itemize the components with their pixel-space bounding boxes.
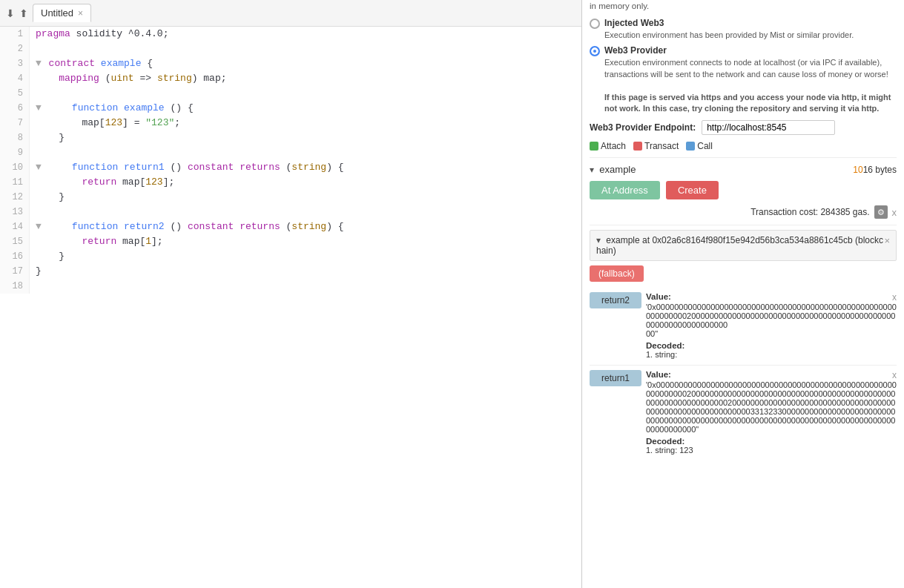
instance-triangle: ▾ bbox=[596, 235, 601, 245]
line-content bbox=[30, 145, 42, 160]
call-dot bbox=[686, 142, 695, 151]
legend-transact: Transact bbox=[633, 141, 679, 151]
code-line: 13 bbox=[0, 205, 581, 219]
line-number: 13 bbox=[0, 205, 30, 219]
code-line: 15 return map[1]; bbox=[0, 234, 581, 249]
return2-decoded-text: 1. string: bbox=[646, 350, 897, 359]
divider-1 bbox=[590, 157, 897, 158]
line-number: 12 bbox=[0, 190, 30, 205]
instance-title: example at 0x02a6c8164f980f15e942d56b3ca… bbox=[596, 235, 883, 256]
return2-decoded-label: Decoded: bbox=[646, 341, 897, 350]
line-content bbox=[30, 205, 42, 219]
web3-provider-warn: If this page is served via https and you… bbox=[604, 93, 891, 113]
web3-provider-option[interactable]: Web3 Provider Execution environment conn… bbox=[590, 45, 897, 114]
return1-close[interactable]: x bbox=[892, 370, 897, 380]
return2-close[interactable]: x bbox=[892, 292, 897, 303]
download-icon[interactable]: ⬇ bbox=[6, 7, 15, 19]
code-line: 1pragma solidity ^0.4.0; bbox=[0, 27, 581, 42]
fallback-button[interactable]: (fallback) bbox=[590, 265, 644, 282]
line-number: 2 bbox=[0, 42, 30, 56]
return1-button[interactable]: return1 bbox=[590, 370, 641, 386]
line-number: 18 bbox=[0, 279, 30, 294]
divider-3 bbox=[590, 365, 897, 366]
return1-value-label: Value: bbox=[646, 370, 671, 380]
endpoint-label: Web3 Provider Endpoint: bbox=[590, 122, 696, 133]
line-content: pragma solidity ^0.4.0; bbox=[30, 27, 174, 42]
line-number: 9 bbox=[0, 145, 30, 160]
return2-value-label: Value: bbox=[646, 292, 671, 303]
line-number: 5 bbox=[0, 86, 30, 101]
return1-decoded-label: Decoded: bbox=[646, 437, 897, 446]
legend-row: Attach Transact Call bbox=[590, 141, 897, 151]
attach-dot bbox=[590, 142, 598, 151]
line-content: } bbox=[30, 249, 70, 264]
web3-provider-radio[interactable] bbox=[590, 46, 600, 56]
legend-attach-label: Attach bbox=[601, 141, 626, 151]
line-content bbox=[30, 86, 42, 101]
code-line: 12 } bbox=[0, 190, 581, 205]
endpoint-row: Web3 Provider Endpoint: bbox=[590, 120, 897, 135]
line-number: 16 bbox=[0, 249, 30, 264]
contract-size: 1016 bytes bbox=[853, 165, 897, 175]
line-content: mapping (uint => string) map; bbox=[30, 71, 233, 86]
line-content: } bbox=[30, 190, 70, 205]
code-line: 2 bbox=[0, 42, 581, 56]
line-number: 4 bbox=[0, 71, 30, 86]
at-address-button[interactable]: At Address bbox=[590, 181, 660, 199]
right-panel: in memory only. Injected Web3 Execution … bbox=[582, 0, 904, 588]
transact-dot bbox=[633, 142, 642, 151]
injected-web3-radio[interactable] bbox=[590, 19, 600, 29]
code-line: 17} bbox=[0, 264, 581, 279]
code-line: 18 bbox=[0, 279, 581, 294]
return2-button[interactable]: return2 bbox=[590, 292, 641, 308]
web3-provider-label: Web3 Provider bbox=[604, 45, 897, 56]
line-content: ▼ function return1 () constant returns (… bbox=[30, 160, 350, 175]
upload-icon[interactable]: ⬆ bbox=[19, 7, 28, 19]
endpoint-input[interactable] bbox=[702, 120, 835, 135]
btn-row: At Address Create bbox=[590, 181, 897, 199]
web3-provider-desc: Execution environment connects to node a… bbox=[604, 57, 897, 114]
line-number: 14 bbox=[0, 219, 30, 234]
line-content bbox=[30, 279, 42, 294]
return1-value-text: '0x0000000000000000000000000000000000000… bbox=[646, 380, 897, 434]
return2-result: Value: x '0x0000000000000000000000000000… bbox=[646, 292, 897, 359]
legend-call-label: Call bbox=[697, 141, 713, 151]
line-number: 6 bbox=[0, 101, 30, 116]
editor-panel: ⬇ ⬆ Untitled × 1pragma solidity ^0.4.0;2… bbox=[0, 0, 582, 588]
code-line: 5 bbox=[0, 86, 581, 101]
fn-row-return1: return1 Value: x '0x00000000000000000000… bbox=[590, 370, 897, 455]
line-content bbox=[30, 42, 42, 56]
tx-close-btn[interactable]: x bbox=[892, 207, 897, 218]
instance-header: ▾ example at 0x02a6c8164f980f15e942d56b3… bbox=[590, 230, 897, 261]
instance-close-btn[interactable]: × bbox=[884, 235, 890, 246]
fn-row-return2: return2 Value: x '0x00000000000000000000… bbox=[590, 292, 897, 359]
contract-name: example bbox=[599, 164, 636, 175]
tx-cost-row: Transaction cost: 284385 gas. ⚙ x bbox=[590, 205, 897, 219]
legend-call: Call bbox=[686, 141, 713, 151]
code-line: 4 mapping (uint => string) map; bbox=[0, 71, 581, 86]
line-content: return map[123]; bbox=[30, 175, 180, 190]
injected-web3-option[interactable]: Injected Web3 Execution environment has … bbox=[590, 18, 897, 41]
injected-web3-desc: Execution environment has been provided … bbox=[604, 30, 854, 41]
code-editor[interactable]: 1pragma solidity ^0.4.0;23▼ contract exa… bbox=[0, 27, 581, 588]
line-content: } bbox=[30, 264, 47, 279]
contract-triangle: ▾ bbox=[590, 165, 594, 175]
line-content: return map[1]; bbox=[30, 234, 169, 249]
note-text: in memory only. bbox=[590, 0, 897, 12]
line-number: 10 bbox=[0, 160, 30, 175]
line-number: 7 bbox=[0, 116, 30, 131]
return1-decoded-text: 1. string: 123 bbox=[646, 446, 897, 455]
settings-icon[interactable]: ⚙ bbox=[874, 205, 888, 219]
code-line: 16 } bbox=[0, 249, 581, 264]
tab-close-btn[interactable]: × bbox=[78, 8, 83, 19]
editor-tab[interactable]: Untitled × bbox=[33, 4, 91, 22]
legend-attach: Attach bbox=[590, 141, 626, 151]
line-content: ▼ function return2 () constant returns (… bbox=[30, 219, 350, 234]
line-number: 11 bbox=[0, 175, 30, 190]
tx-cost-text: Transaction cost: 284385 gas. bbox=[750, 207, 869, 217]
code-line: 14▼ function return2 () constant returns… bbox=[0, 219, 581, 234]
line-number: 15 bbox=[0, 234, 30, 249]
create-button[interactable]: Create bbox=[666, 181, 719, 199]
contract-header: ▾ example 1016 bytes bbox=[590, 162, 897, 176]
line-number: 8 bbox=[0, 131, 30, 145]
